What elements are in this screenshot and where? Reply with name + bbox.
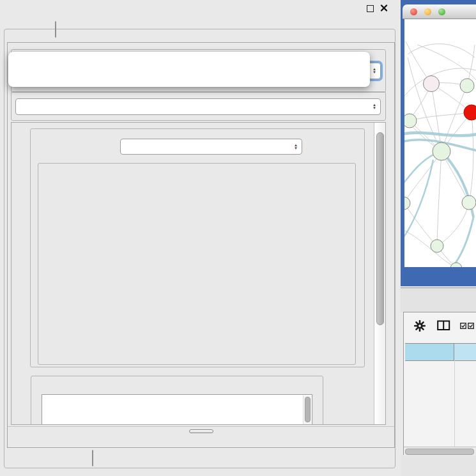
below-table-area: [401, 455, 476, 476]
table-horizontal-scrollbar-thumb[interactable]: [405, 449, 474, 455]
column-header-shared-name[interactable]: [405, 344, 454, 360]
screen: ▲▼ ▲▼ ▲▼: [0, 0, 476, 476]
node-table-rows: [405, 360, 476, 456]
cyni-toolbox-content: ▲▼ ▲▼ ▲▼: [7, 42, 395, 448]
select-columns-checkboxes-icon[interactable]: [460, 323, 475, 329]
network-graph: [404, 19, 476, 267]
node-gal4[interactable]: [433, 142, 450, 160]
interval-definition-group: ▲▼: [30, 128, 365, 367]
table-data-group: ▲▼: [11, 91, 386, 121]
table-panel-toolbar: [404, 312, 476, 341]
algorithm-popup: [8, 52, 370, 87]
table-horizontal-scrollbar[interactable]: [404, 447, 476, 456]
table-column-headers: [405, 343, 476, 361]
combo-arrows-icon: ▲▼: [294, 144, 298, 150]
apply-button[interactable]: [189, 429, 213, 433]
table-panel-body: [403, 312, 476, 456]
thresholds-group: [38, 163, 356, 365]
column-divider: [454, 360, 455, 448]
zoom-traffic-light[interactable]: [438, 8, 445, 15]
apply-bar: [8, 426, 394, 447]
number-of-intervals-select[interactable]: ▲▼: [120, 139, 302, 155]
node-gal11[interactable]: [404, 114, 417, 128]
table-panel-header: [401, 288, 476, 312]
control-panel-tabs: [55, 21, 56, 38]
cyni-bottom-tabs: [92, 450, 93, 466]
settings-scrollpane: ▲▼: [11, 122, 386, 425]
network-window: [401, 0, 476, 286]
settings-scrollbar[interactable]: [374, 123, 385, 424]
split-panel-icon[interactable]: [437, 320, 450, 331]
settings-gear-icon[interactable]: [414, 320, 426, 332]
node-gal80[interactable]: [424, 76, 440, 92]
network-canvas[interactable]: [404, 19, 476, 267]
node-hap2[interactable]: [431, 240, 443, 252]
node-bottom[interactable]: [450, 263, 462, 267]
minimize-traffic-light[interactable]: [424, 8, 431, 15]
close-icon[interactable]: [380, 4, 388, 12]
table-data-select[interactable]: ▲▼: [15, 98, 381, 115]
node-h[interactable]: [462, 196, 476, 210]
column-header-name[interactable]: [454, 344, 476, 360]
numerical-attributes-list[interactable]: [42, 394, 312, 425]
node-red[interactable]: [464, 105, 476, 120]
list-scrollbar[interactable]: [303, 395, 311, 425]
float-window-icon[interactable]: [367, 5, 374, 12]
list-scrollbar-thumb[interactable]: [305, 397, 311, 422]
settings-scrollbar-thumb[interactable]: [376, 132, 384, 325]
close-traffic-light[interactable]: [410, 8, 417, 15]
combo-arrows-icon: ▲▼: [372, 68, 376, 74]
node-g[interactable]: [460, 79, 474, 93]
network-window-titlebar[interactable]: [403, 4, 476, 19]
attributes-group: [31, 376, 323, 425]
node-gcy1[interactable]: [404, 197, 410, 210]
combo-arrows-icon: ▲▼: [372, 104, 376, 110]
